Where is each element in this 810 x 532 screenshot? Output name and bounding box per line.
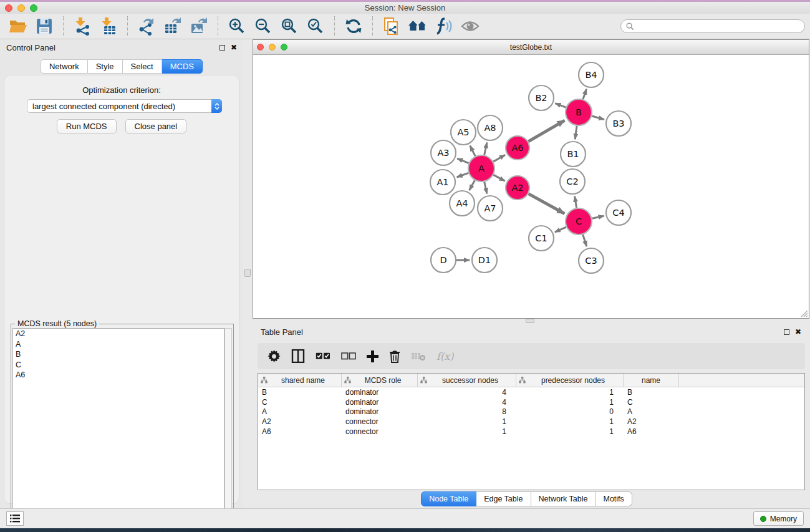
graph-node-A[interactable]: A [468, 155, 494, 181]
graph-node-C4[interactable]: C4 [606, 200, 631, 225]
result-item[interactable]: A6 [13, 370, 224, 380]
memory-button[interactable]: Memory [753, 511, 804, 526]
vertical-splitter-grip[interactable] [244, 269, 251, 277]
table-row-a2[interactable]: A2connector11A2 [258, 417, 804, 427]
task-history-button[interactable] [6, 511, 24, 526]
export-table-button[interactable] [162, 16, 183, 37]
show-columns-icon[interactable] [291, 349, 305, 363]
column-header-mcds-role[interactable]: MCDS role [342, 374, 418, 387]
import-network-button[interactable] [72, 16, 93, 37]
open-network-file-button[interactable] [381, 16, 402, 37]
network-window-titlebar[interactable]: testGlobe.txt [253, 40, 809, 55]
zoom-selected-button[interactable] [305, 16, 326, 37]
graph-node-B4[interactable]: B4 [579, 62, 604, 87]
hide-graphics-details-button[interactable] [433, 16, 455, 37]
table-row-b[interactable]: Bdominator41B [258, 387, 804, 397]
refresh-button[interactable] [343, 16, 364, 37]
graph-node-A3[interactable]: A3 [431, 140, 456, 165]
float-table-panel-icon[interactable] [784, 329, 789, 335]
tab-select[interactable]: Select [123, 59, 162, 74]
graph-edge-A2-C[interactable] [529, 194, 565, 214]
column-header-predecessor-nodes[interactable]: predecessor nodes [516, 374, 624, 387]
float-panel-icon[interactable] [219, 45, 225, 51]
graph-edge-A6-B[interactable] [528, 120, 564, 142]
horizontal-splitter-grip[interactable] [526, 319, 534, 323]
delete-table-icon[interactable] [411, 351, 426, 361]
export-network-button[interactable] [136, 16, 157, 37]
zoom-out-button[interactable] [253, 16, 274, 37]
graph-edge-A-A6[interactable] [493, 155, 505, 162]
graph-edge-A-A2[interactable] [493, 175, 504, 181]
tab-network[interactable]: Network [41, 59, 88, 74]
graph-node-A2[interactable]: A2 [506, 176, 529, 200]
close-panel-button[interactable]: Close panel [125, 119, 187, 133]
search-input[interactable] [637, 22, 799, 31]
network-graph[interactable]: B4B2BB3A8A5A6A3B1AA1C2A2A4A7C4CC1C3DD1 [253, 55, 809, 318]
graph-node-B1[interactable]: B1 [561, 142, 586, 167]
graph-edge-B-B1[interactable] [575, 126, 577, 139]
graph-node-D1[interactable]: D1 [472, 248, 497, 273]
mcds-result-list[interactable]: A2ABCA6 [12, 328, 224, 529]
open-session-button[interactable] [7, 16, 29, 37]
graph-edge-C-C4[interactable] [592, 216, 604, 218]
tab-style[interactable]: Style [88, 59, 123, 74]
graph-node-B2[interactable]: B2 [529, 85, 554, 110]
resize-grip[interactable] [799, 309, 808, 317]
delete-column-trash-icon[interactable] [389, 350, 400, 363]
main-titlebar[interactable]: Session: New Session [0, 2, 810, 14]
graph-edge-C-C3[interactable] [583, 235, 587, 246]
tab-network-table[interactable]: Network Table [531, 491, 596, 506]
tab-mcds[interactable]: MCDS [162, 59, 203, 74]
zoom-in-button[interactable] [226, 16, 248, 37]
column-header-shared-name[interactable]: shared name [258, 374, 342, 387]
show-hide-panels-button[interactable] [460, 16, 481, 37]
tab-motifs[interactable]: Motifs [595, 491, 632, 506]
graph-edge-A-A5[interactable] [470, 145, 475, 156]
result-scrollbar[interactable] [224, 328, 232, 529]
close-table-panel-icon[interactable]: ✖ [795, 328, 801, 336]
graph-edge-A-A1[interactable] [457, 173, 469, 177]
table-row-c[interactable]: Cdominator41C [258, 397, 804, 407]
graph-node-D[interactable]: D [431, 248, 456, 273]
graph-edge-C-C2[interactable] [575, 196, 577, 208]
graph-node-A8[interactable]: A8 [478, 115, 503, 140]
graph-node-C[interactable]: C [566, 208, 592, 235]
table-settings-gear-icon[interactable] [268, 350, 281, 363]
graph-node-C2[interactable]: C2 [560, 169, 585, 194]
function-builder-button[interactable]: f(x) [436, 351, 453, 362]
column-header-name[interactable]: name [624, 374, 679, 387]
tab-node-table[interactable]: Node Table [421, 491, 476, 506]
export-image-button[interactable] [188, 16, 210, 37]
graph-node-C3[interactable]: C3 [579, 248, 604, 273]
graph-node-A7[interactable]: A7 [478, 196, 503, 221]
graph-edge-B-B4[interactable] [583, 89, 586, 99]
graph-node-A5[interactable]: A5 [451, 120, 476, 145]
graph-edge-A-A4[interactable] [470, 180, 475, 190]
zoom-fit-button[interactable] [279, 16, 300, 37]
result-item[interactable]: A2 [13, 329, 224, 339]
import-table-button[interactable] [98, 16, 119, 37]
graph-node-C1[interactable]: C1 [529, 226, 554, 251]
graph-node-A1[interactable]: A1 [430, 170, 455, 195]
graph-node-B[interactable]: B [566, 99, 592, 125]
close-panel-icon[interactable]: ✖ [231, 44, 237, 51]
column-header-successor-nodes[interactable]: successor nodes [418, 374, 516, 387]
add-column-icon[interactable] [367, 351, 378, 362]
table-row-a[interactable]: Adominator80A [258, 407, 804, 417]
run-mcds-button[interactable]: Run MCDS [57, 119, 117, 133]
select-all-icon[interactable] [316, 352, 330, 360]
graph-edge-C-C1[interactable] [555, 227, 566, 232]
tab-edge-table[interactable]: Edge Table [476, 491, 531, 506]
search-field[interactable] [620, 19, 805, 33]
save-session-button[interactable] [34, 16, 55, 37]
graph-edge-A-A7[interactable] [485, 181, 487, 193]
network-canvas[interactable]: B4B2BB3A8A5A6A3B1AA1C2A2A4A7C4CC1C3DD1 [253, 55, 809, 318]
graph-edge-A-A3[interactable] [457, 158, 468, 163]
result-item[interactable]: B [13, 349, 224, 360]
result-item[interactable]: C [13, 360, 224, 370]
result-item[interactable]: A [13, 339, 224, 350]
unselect-all-icon[interactable] [341, 352, 356, 360]
graph-edge-A-A8[interactable] [485, 142, 487, 155]
graph-node-A4[interactable]: A4 [450, 191, 475, 216]
graph-node-A6[interactable]: A6 [506, 136, 529, 160]
